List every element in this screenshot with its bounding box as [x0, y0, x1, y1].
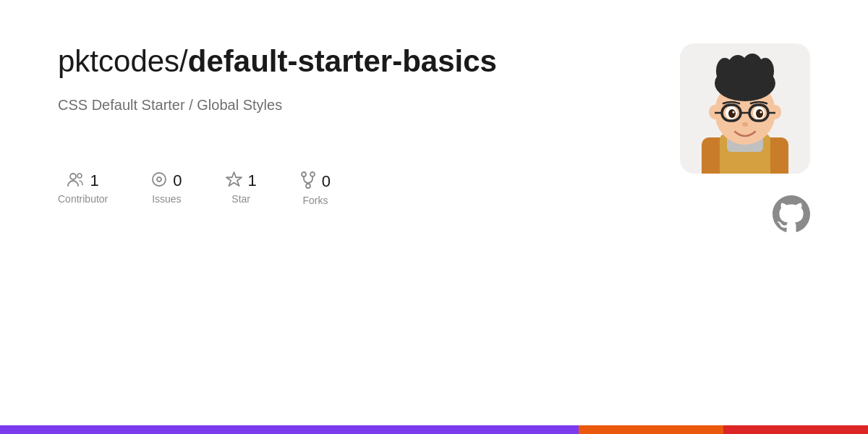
stat-stars: 1 Star — [226, 171, 257, 205]
footer-bar-orange — [579, 425, 723, 434]
svg-point-6 — [306, 184, 310, 188]
people-icon — [67, 171, 85, 190]
circle-dot-icon — [151, 171, 167, 190]
github-icon — [773, 195, 810, 233]
stars-count: 1 — [248, 171, 257, 190]
stat-forks: 0 Forks — [300, 171, 331, 206]
forks-label: Forks — [302, 195, 328, 206]
issues-count: 0 — [173, 171, 182, 190]
footer-bar-red — [723, 425, 868, 434]
contributors-label: Contributor — [58, 193, 108, 205]
footer-bar-purple — [0, 425, 579, 434]
repo-title: pktcodes/default-starter-basics — [58, 43, 564, 80]
issues-label: Issues — [152, 193, 181, 205]
stars-label: Star — [231, 193, 250, 205]
repo-owner: pktcodes/ — [58, 44, 188, 78]
footer-bar — [0, 425, 868, 434]
repo-name: default-starter-basics — [188, 44, 497, 78]
svg-point-30 — [760, 111, 762, 114]
svg-point-31 — [742, 122, 748, 127]
forks-count: 0 — [322, 172, 331, 191]
svg-point-0 — [70, 174, 76, 179]
star-icon — [226, 171, 242, 190]
svg-point-28 — [756, 109, 763, 118]
svg-point-29 — [733, 111, 735, 114]
avatar — [680, 43, 810, 174]
svg-point-3 — [157, 177, 161, 182]
right-section — [680, 43, 810, 236]
github-icon-wrapper — [773, 195, 810, 236]
repo-description: CSS Default Starter / Global Styles — [58, 97, 564, 114]
stats-row: 1 Contributor 0 Issues — [58, 171, 564, 206]
svg-point-1 — [77, 174, 82, 178]
svg-point-27 — [728, 109, 736, 118]
stat-issues: 0 Issues — [151, 171, 182, 205]
stat-contributors: 1 Contributor — [58, 171, 108, 205]
svg-point-19 — [742, 54, 762, 77]
svg-point-2 — [153, 173, 166, 186]
contributors-count: 1 — [90, 171, 99, 190]
fork-icon — [300, 171, 316, 192]
